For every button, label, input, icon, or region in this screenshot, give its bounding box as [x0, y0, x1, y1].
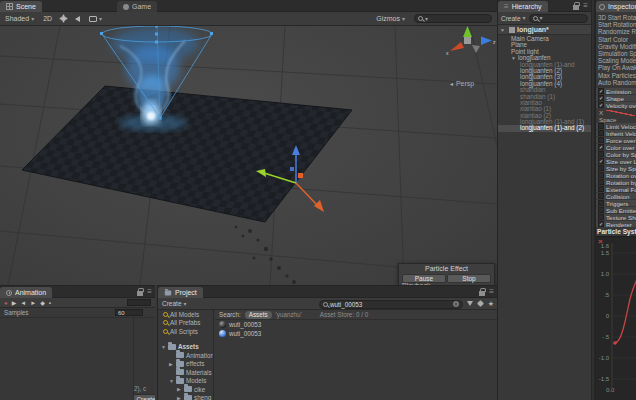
favorite-all-scripts[interactable]: All Scripts [158, 327, 213, 336]
property-start-rotation[interactable]: Start Rotation [596, 21, 636, 28]
tab-hierarchy[interactable]: ≡ Hierarchy [498, 1, 548, 12]
inspector-tab-icon [599, 4, 605, 10]
lock-icon[interactable] [137, 291, 143, 296]
property-randomize-rotation[interactable]: Randomize Rotation [596, 28, 636, 35]
prev-key-button[interactable]: ◄ [20, 300, 26, 306]
effects-dropdown[interactable]: ▾ [89, 16, 102, 22]
property-auto-random-seed[interactable]: Auto Random Seed [596, 79, 636, 86]
gizmos-dropdown[interactable]: Gizmos▾ [376, 15, 405, 22]
record-button[interactable]: ● [4, 300, 8, 306]
module-checkbox[interactable] [598, 172, 604, 178]
module-checkbox[interactable] [598, 214, 604, 220]
hierarchy-search-input[interactable]: ▾ [529, 14, 588, 23]
favorite-all-models[interactable]: All Models [158, 310, 213, 319]
foldout-icon[interactable]: ▶ [169, 361, 174, 367]
scene-root-row[interactable]: ▼ longjuan* [498, 25, 591, 35]
scene-viewport-svg: z x [0, 26, 497, 285]
add-event-button[interactable]: ▪ [49, 300, 51, 306]
scene-viewport[interactable]: z x ◄ Persp Particle Effect Pause Stop P… [0, 26, 497, 285]
unity-editor-window: Scene Game Shaded▾ 2D ▾ Gizmos▾ ▾ [0, 0, 636, 400]
panel-menu-icon[interactable]: ≡ [583, 2, 588, 10]
module-velocity-over-lifetime[interactable]: ✓Velocity over Lifetime [596, 102, 636, 109]
frame-field[interactable] [127, 299, 151, 306]
property-max-particles[interactable]: Max Particles [596, 72, 636, 79]
module-checkbox[interactable] [598, 165, 604, 171]
curve-key-point[interactable] [613, 341, 617, 345]
foldout-icon[interactable]: ▼ [169, 378, 174, 384]
shading-mode-dropdown[interactable]: Shaded▾ [5, 15, 34, 22]
property-gravity-modifier[interactable]: Gravity Modifier [596, 43, 636, 50]
property-scaling-mode[interactable]: Scaling Mode [596, 57, 636, 64]
samples-value[interactable]: 60 [115, 309, 143, 316]
folder-sheng[interactable]: ▶sheng [158, 394, 213, 400]
foldout-icon[interactable]: ▼ [500, 27, 505, 33]
save-search-icon[interactable]: ★ [488, 300, 494, 307]
foldout-icon[interactable]: ▶ [177, 395, 182, 400]
tab-inspector[interactable]: Inspector [596, 1, 636, 12]
tab-animation[interactable]: Animation [0, 287, 52, 298]
tab-scene[interactable]: Scene [0, 1, 42, 12]
search-by-label-icon[interactable] [477, 300, 484, 307]
add-keyframe-button[interactable]: ◆ [40, 299, 45, 306]
lock-icon[interactable] [479, 291, 485, 296]
svg-text:z: z [493, 39, 496, 45]
foldout-icon[interactable]: ▶ [177, 386, 182, 392]
lighting-toggle-icon[interactable] [61, 16, 66, 21]
property-3d-start-rotation[interactable]: 3D Start Rotation [596, 14, 636, 21]
ground-plane[interactable] [22, 86, 352, 222]
clear-search-icon[interactable]: × [453, 301, 459, 307]
stop-button[interactable]: Stop [447, 274, 491, 283]
animation-message-clipped: 2), c [134, 385, 146, 392]
create-dropdown[interactable]: Create▾ [162, 300, 187, 307]
animation-dopesheet[interactable]: 2), c Create Dope Sheet Curves [0, 318, 155, 400]
folder-effects[interactable]: ▶effects [158, 360, 213, 369]
property-play-on-awake[interactable]: Play On Awake* [596, 64, 636, 71]
asset-store-count[interactable]: Asset Store: 0 / 0 [320, 311, 368, 318]
velocity-curve[interactable] [615, 275, 636, 343]
module-checkbox[interactable]: ✓ [598, 102, 604, 108]
module-checkbox[interactable] [598, 186, 604, 192]
2d-toggle[interactable]: 2D [43, 15, 52, 22]
property-simulation-space[interactable]: Simulation Space [596, 50, 636, 57]
module-checkbox[interactable]: ✓ [598, 95, 604, 101]
hierarchy-item-longjuanfen-1-and-2[interactable]: longjuanfen (1)-and (2) [498, 125, 591, 131]
module-checkbox[interactable]: ✓ [598, 144, 604, 150]
panel-menu-icon[interactable]: ≡ [147, 288, 152, 296]
module-checkbox[interactable]: ✓ [598, 88, 604, 94]
module-checkbox[interactable] [598, 123, 604, 129]
folder-icon [176, 369, 184, 375]
tab-game[interactable]: Game [117, 1, 157, 12]
result-wuti-00053[interactable]: wuti_00053 [215, 320, 497, 329]
module-checkbox[interactable] [598, 130, 604, 136]
panel-menu-icon[interactable]: ≡ [489, 288, 494, 296]
foldout-icon[interactable]: ▼ [511, 55, 516, 61]
play-button[interactable]: ▶ [12, 299, 17, 306]
result-wuti-00053[interactable]: wuti_00053 [215, 329, 497, 338]
search-by-type-icon[interactable] [467, 301, 473, 306]
property-start-color[interactable]: Start Color [596, 36, 636, 43]
folder-materials[interactable]: Materials [158, 368, 213, 377]
audio-toggle-icon[interactable] [75, 16, 80, 22]
search-scope-assets[interactable]: Assets [245, 311, 272, 319]
module-checkbox[interactable] [598, 151, 604, 157]
tab-project[interactable]: Project [158, 287, 203, 298]
favorite-all-prefabs[interactable]: All Prefabs [158, 319, 213, 328]
module-checkbox[interactable] [598, 200, 604, 206]
perspective-label[interactable]: ◄ Persp [449, 80, 474, 87]
folder-animation[interactable]: Animation [158, 351, 213, 360]
velocity-x-curve[interactable] [606, 110, 635, 116]
lock-icon[interactable] [573, 5, 579, 10]
next-key-button[interactable]: ► [30, 300, 36, 306]
create-dropdown[interactable]: Create▾ [501, 15, 526, 22]
foldout-icon[interactable]: ▼ [161, 344, 166, 350]
module-checkbox[interactable] [598, 207, 604, 213]
project-search-input[interactable]: wuti_00053 × [319, 300, 463, 309]
create-clip-button[interactable]: Create [133, 394, 155, 400]
module-checkbox[interactable]: ✓ [598, 158, 604, 164]
module-checkbox[interactable] [598, 193, 604, 199]
folder-assets[interactable]: ▼Assets [158, 343, 213, 352]
curve-editor[interactable]: × 1.6 1.51.0.50-.5-1.0-1.5 0.0 [596, 236, 636, 400]
scene-search-input[interactable]: ▾ [414, 14, 492, 23]
module-checkbox[interactable] [598, 179, 604, 185]
module-checkbox[interactable] [598, 137, 604, 143]
